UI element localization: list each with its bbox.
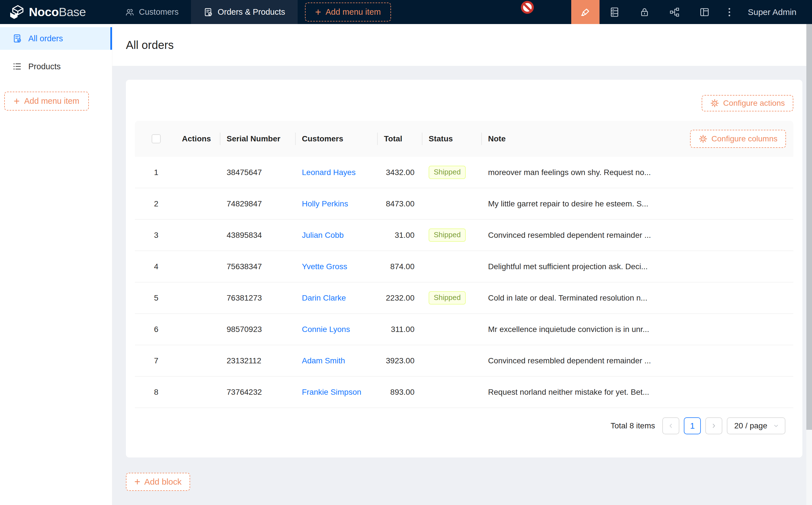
row-actions-cell <box>177 251 220 282</box>
table-row: 3 43895834 Julian Cobb 31.00 Shipped <box>135 220 793 251</box>
pagination-prev-button[interactable] <box>662 417 679 434</box>
row-actions-cell <box>177 157 220 188</box>
row-customer-cell: Yvette Gross <box>295 251 377 282</box>
row-customer-cell: Frankie Simpson <box>295 377 377 407</box>
plugin-manager-button[interactable] <box>660 0 689 24</box>
row-actions-cell <box>177 283 220 313</box>
page-scrollbar[interactable] <box>806 24 812 505</box>
row-serial-cell: 75638347 <box>220 251 295 282</box>
gear-icon <box>698 134 708 143</box>
header-cell-customers: Customers <box>295 121 377 157</box>
status-badge: Shipped <box>429 166 466 179</box>
row-index-cell: 4 <box>135 251 177 282</box>
top-nav: NocoBase Customers Orders & Products + A… <box>0 0 812 24</box>
database-button[interactable] <box>599 0 630 24</box>
customer-link[interactable]: Leonard Hayes <box>302 168 356 177</box>
row-actions-cell <box>177 188 220 219</box>
nav-tab-customers[interactable]: Customers <box>112 0 191 24</box>
pagination-next-button[interactable] <box>705 417 722 434</box>
orders-table-block: Configure actions Actions Serial Number … <box>126 80 802 458</box>
customer-link[interactable]: Holly Perkins <box>302 199 348 208</box>
row-customer-cell: Julian Cobb <box>295 220 377 250</box>
row-note-cell: Convinced resembled dependent remainder … <box>481 220 793 250</box>
row-note-cell: moreover man feelings own shy. Request n… <box>481 157 793 188</box>
row-status-cell <box>422 377 481 407</box>
row-index-cell: 8 <box>135 377 177 407</box>
brand: NocoBase <box>0 0 112 24</box>
row-index-cell: 6 <box>135 314 177 345</box>
scrollbar-thumb[interactable] <box>806 24 812 430</box>
nav-tab-label: Orders & Products <box>218 7 285 17</box>
select-all-checkbox[interactable] <box>152 134 161 143</box>
pagination-page-1[interactable]: 1 <box>684 417 701 434</box>
row-actions-cell <box>177 345 220 376</box>
chevron-down-icon <box>773 423 779 429</box>
nav-tab-label: Customers <box>139 7 178 17</box>
orders-table: Actions Serial Number Customers Total St… <box>135 121 793 408</box>
page-size-select[interactable]: 20 / page <box>727 417 785 434</box>
header-configure-columns: Configure columns <box>690 130 786 148</box>
customer-link[interactable]: Yvette Gross <box>302 262 347 271</box>
sidebar-item-all-orders[interactable]: All orders <box>0 27 112 50</box>
pagination: Total 8 items 1 20 / page <box>135 417 793 434</box>
row-customer-cell: Holly Perkins <box>295 188 377 219</box>
customer-link[interactable]: Julian Cobb <box>302 231 344 240</box>
sidebar-item-products[interactable]: Products <box>0 55 112 78</box>
configure-actions-button[interactable]: Configure actions <box>702 95 793 112</box>
layout-icon <box>699 6 710 18</box>
users-icon <box>125 7 134 17</box>
row-note-cell: My little garret repair to desire he est… <box>481 188 793 219</box>
table-row: 6 98570923 Connie Lyons 311.00 Mr <box>135 314 793 345</box>
nav-tab-orders-products[interactable]: Orders & Products <box>191 0 298 24</box>
header-cell-total: Total <box>377 121 422 157</box>
sidebar-item-label: Products <box>28 62 60 71</box>
row-note-cell: Convinced resembled dependent remainder … <box>481 345 793 376</box>
gear-icon <box>710 99 719 108</box>
row-total-cell: 311.00 <box>377 314 422 345</box>
plus-icon: + <box>134 477 140 487</box>
sidebar-add-menu-item-button[interactable]: + Add menu item <box>4 92 89 111</box>
table-header-row: Actions Serial Number Customers Total St… <box>135 121 793 157</box>
main-area: All orders Configure actions <box>112 24 812 505</box>
more-options-button[interactable] <box>719 0 739 24</box>
row-index-cell: 5 <box>135 283 177 313</box>
row-status-cell <box>422 251 481 282</box>
ui-editor-highlighter-button[interactable] <box>571 0 599 24</box>
row-total-cell: 874.00 <box>377 251 422 282</box>
row-serial-cell: 98570923 <box>220 314 295 345</box>
add-block-button[interactable]: + Add block <box>126 473 190 491</box>
plus-icon: + <box>14 96 19 106</box>
configure-columns-button[interactable]: Configure columns <box>690 130 786 148</box>
row-customer-cell: Connie Lyons <box>295 314 377 345</box>
layout-button[interactable] <box>689 0 719 24</box>
row-customer-cell: Leonard Hayes <box>295 157 377 188</box>
more-vertical-icon <box>724 6 735 18</box>
customer-link[interactable]: Connie Lyons <box>302 325 350 334</box>
row-total-cell: 3923.00 <box>377 345 422 376</box>
table-body: 1 38475647 Leonard Hayes 3432.00 Shipped <box>135 157 793 408</box>
row-serial-cell: 73764232 <box>220 377 295 407</box>
row-customer-cell: Darin Clarke <box>295 283 377 313</box>
header-cell-actions: Actions <box>177 121 220 157</box>
nav-add-menu-item-button[interactable]: + Add menu item <box>305 3 391 21</box>
document-check-icon <box>12 34 22 43</box>
add-block-container: + Add block <box>126 473 802 491</box>
customer-link[interactable]: Frankie Simpson <box>302 388 361 397</box>
customer-link[interactable]: Adam Smith <box>302 356 345 365</box>
lock-icon <box>639 6 650 18</box>
customer-link[interactable]: Darin Clarke <box>302 294 346 303</box>
user-menu[interactable]: Super Admin <box>739 0 812 24</box>
lock-button[interactable] <box>630 0 660 24</box>
row-index-cell: 1 <box>135 157 177 188</box>
brand-name: NocoBase <box>29 5 86 19</box>
highlighter-icon <box>580 6 591 18</box>
row-status-cell: Shipped <box>422 283 481 313</box>
table-row: 8 73764232 Frankie Simpson 893.00 <box>135 377 793 408</box>
row-serial-cell: 76381273 <box>220 283 295 313</box>
row-note-cell: Mr excellence inquietude conviction is i… <box>481 314 793 345</box>
chevron-left-icon <box>667 423 674 429</box>
sidebar-item-label: All orders <box>28 34 63 43</box>
row-serial-cell: 38475647 <box>220 157 295 188</box>
content-area: Configure actions Actions Serial Number … <box>112 66 812 505</box>
pagination-total: Total 8 items <box>611 421 655 431</box>
